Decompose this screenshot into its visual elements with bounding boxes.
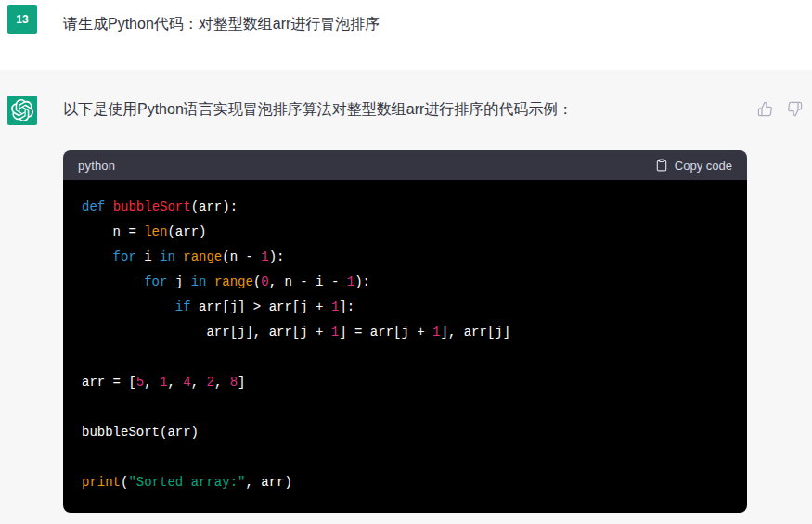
user-avatar-label: 13 (16, 13, 28, 26)
feedback-buttons (757, 101, 803, 117)
code-language-label: python (78, 159, 115, 173)
clipboard-icon (655, 159, 668, 172)
copy-code-label: Copy code (675, 159, 732, 173)
copy-code-button[interactable]: Copy code (655, 159, 732, 173)
user-message-row: 13 请生成Python代码：对整型数组arr进行冒泡排序 (0, 0, 812, 70)
code-content: def bubbleSort(arr): n = len(arr) for i … (63, 180, 747, 513)
thumbs-up-icon[interactable] (757, 101, 773, 117)
user-avatar: 13 (7, 5, 37, 34)
user-message-text: 请生成Python代码：对整型数组arr进行冒泡排序 (63, 13, 750, 35)
assistant-message-row: 以下是使用Python语言实现冒泡排序算法对整型数组arr进行排序的代码示例： … (0, 70, 812, 524)
assistant-intro-text: 以下是使用Python语言实现冒泡排序算法对整型数组arr进行排序的代码示例： (63, 96, 694, 122)
code-block-header: python Copy code (63, 150, 747, 180)
chatgpt-avatar (7, 96, 37, 125)
code-block: python Copy code def bubbleSort(arr): n … (63, 150, 747, 513)
thumbs-down-icon[interactable] (787, 101, 803, 117)
openai-logo-icon (11, 99, 33, 121)
